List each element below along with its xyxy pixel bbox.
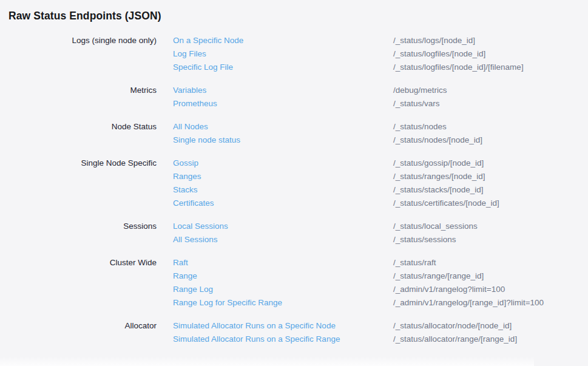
endpoint-row: On a Specific Node/_status/logs/[node_id… <box>173 34 580 47</box>
endpoint-path: /_status/gossip/[node_id] <box>393 157 580 170</box>
endpoint-row: Ranges/_status/ranges/[node_id] <box>173 170 580 183</box>
bottom-fade <box>0 356 534 366</box>
endpoint-row: Stacks/_status/stacks/[node_id] <box>173 183 580 197</box>
category-label: Logs (single node only) <box>8 34 157 74</box>
endpoint-link[interactable]: Log Files <box>173 47 393 61</box>
endpoint-path: /_status/stacks/[node_id] <box>393 183 580 197</box>
endpoint-path: /_status/certificates/[node_id] <box>393 197 580 210</box>
endpoint-link[interactable]: Stacks <box>173 183 393 197</box>
endpoint-row: Certificates/_status/certificates/[node_… <box>173 197 580 210</box>
endpoint-row: Raft/_status/raft <box>173 256 580 269</box>
endpoint-link[interactable]: Local Sessions <box>173 220 393 233</box>
endpoint-group: Logs (single node only)On a Specific Nod… <box>8 34 580 74</box>
endpoint-path: /_status/ranges/[node_id] <box>393 170 580 183</box>
endpoint-path: /_status/logfiles/[node_id]/[filename] <box>393 61 580 74</box>
endpoint-path: /_status/nodes/[node_id] <box>393 134 580 147</box>
endpoint-group: MetricsVariables/debug/metricsPrometheus… <box>8 84 580 110</box>
endpoint-link[interactable]: Gossip <box>173 157 393 170</box>
endpoint-link[interactable]: Ranges <box>173 170 393 183</box>
endpoint-group: Single Node SpecificGossip/_status/gossi… <box>8 157 580 210</box>
debug-endpoints-page: Raw Status Endpoints (JSON) Logs (single… <box>0 0 588 346</box>
endpoint-path: /_status/raft <box>393 256 580 269</box>
category-label: Sessions <box>8 220 157 246</box>
endpoint-row: Variables/debug/metrics <box>173 84 580 97</box>
endpoint-path: /_status/range/[range_id] <box>393 269 580 283</box>
page-title: Raw Status Endpoints (JSON) <box>8 9 580 22</box>
endpoint-link[interactable]: Certificates <box>173 197 393 210</box>
endpoint-link[interactable]: Specific Log File <box>173 61 393 74</box>
endpoint-rows: All Nodes/_status/nodesSingle node statu… <box>173 120 580 147</box>
endpoint-link[interactable]: Raft <box>173 256 393 269</box>
endpoint-row: Range/_status/range/[range_id] <box>173 269 580 283</box>
endpoint-path: /_status/sessions <box>393 233 580 246</box>
endpoint-path: /_status/vars <box>393 97 580 110</box>
endpoint-rows: Variables/debug/metricsPrometheus/_statu… <box>173 84 580 110</box>
endpoint-row: Simulated Allocator Runs on a Specific R… <box>173 333 580 346</box>
endpoint-rows: On a Specific Node/_status/logs/[node_id… <box>173 34 580 74</box>
endpoint-group: AllocatorSimulated Allocator Runs on a S… <box>8 319 580 346</box>
endpoint-row: All Sessions/_status/sessions <box>173 233 580 246</box>
endpoint-group: Node StatusAll Nodes/_status/nodesSingle… <box>8 120 580 147</box>
endpoint-path: /_status/logfiles/[node_id] <box>393 47 580 61</box>
endpoint-path: /_status/allocator/range/[range_id] <box>393 333 580 346</box>
endpoint-row: Prometheus/_status/vars <box>173 97 580 110</box>
category-label: Single Node Specific <box>8 157 157 210</box>
endpoint-path: /_admin/v1/rangelog/[range_id]?limit=100 <box>393 296 580 310</box>
endpoint-link[interactable]: On a Specific Node <box>173 34 393 47</box>
endpoint-row: Range Log/_admin/v1/rangelog?limit=100 <box>173 283 580 296</box>
endpoint-link[interactable]: Simulated Allocator Runs on a Specific N… <box>173 319 393 333</box>
endpoint-group: Cluster WideRaft/_status/raftRange/_stat… <box>8 256 580 310</box>
endpoint-groups: Logs (single node only)On a Specific Nod… <box>8 34 580 346</box>
endpoint-row: Local Sessions/_status/local_sessions <box>173 220 580 233</box>
endpoint-link[interactable]: Range Log <box>173 283 393 296</box>
endpoint-rows: Local Sessions/_status/local_sessionsAll… <box>173 220 580 246</box>
endpoint-row: Range Log for Specific Range/_admin/v1/r… <box>173 296 580 310</box>
endpoint-rows: Simulated Allocator Runs on a Specific N… <box>173 319 580 346</box>
endpoint-row: Single node status/_status/nodes/[node_i… <box>173 134 580 147</box>
endpoint-path: /debug/metrics <box>393 84 580 97</box>
endpoint-path: /_status/allocator/node/[node_id] <box>393 319 580 333</box>
endpoint-link[interactable]: Variables <box>173 84 393 97</box>
endpoint-row: Log Files/_status/logfiles/[node_id] <box>173 47 580 61</box>
endpoint-link[interactable]: Single node status <box>173 134 393 147</box>
endpoint-link[interactable]: Range <box>173 269 393 283</box>
category-label: Metrics <box>8 84 157 110</box>
endpoint-path: /_admin/v1/rangelog?limit=100 <box>393 283 580 296</box>
category-label: Node Status <box>8 120 157 147</box>
endpoint-link[interactable]: Simulated Allocator Runs on a Specific R… <box>173 333 393 346</box>
category-label: Cluster Wide <box>8 256 157 310</box>
endpoint-row: Specific Log File/_status/logfiles/[node… <box>173 61 580 74</box>
endpoint-link[interactable]: Prometheus <box>173 97 393 110</box>
endpoint-link[interactable]: All Sessions <box>173 233 393 246</box>
endpoint-path: /_status/local_sessions <box>393 220 580 233</box>
endpoint-row: Gossip/_status/gossip/[node_id] <box>173 157 580 170</box>
endpoint-link[interactable]: All Nodes <box>173 120 393 134</box>
endpoint-row: All Nodes/_status/nodes <box>173 120 580 134</box>
endpoint-rows: Raft/_status/raftRange/_status/range/[ra… <box>173 256 580 310</box>
endpoint-path: /_status/nodes <box>393 120 580 134</box>
endpoint-group: SessionsLocal Sessions/_status/local_ses… <box>8 220 580 246</box>
endpoint-rows: Gossip/_status/gossip/[node_id]Ranges/_s… <box>173 157 580 210</box>
endpoint-row: Simulated Allocator Runs on a Specific N… <box>173 319 580 333</box>
endpoint-link[interactable]: Range Log for Specific Range <box>173 296 393 310</box>
endpoint-path: /_status/logs/[node_id] <box>393 34 580 47</box>
category-label: Allocator <box>8 319 157 346</box>
